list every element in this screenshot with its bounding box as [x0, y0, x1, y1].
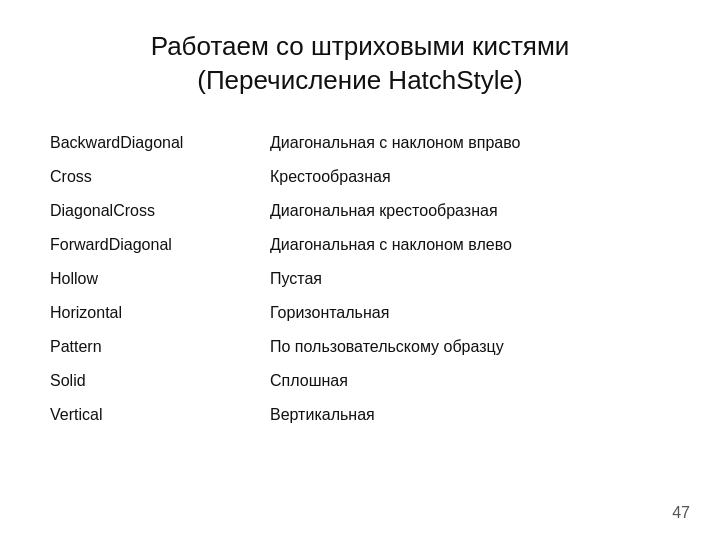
hatch-name: Hollow — [40, 262, 260, 296]
hatch-name: Solid — [40, 364, 260, 398]
hatch-description: Горизонтальная — [260, 296, 680, 330]
hatch-description: Диагональная с наклоном вправо — [260, 126, 680, 160]
hatch-name: ForwardDiagonal — [40, 228, 260, 262]
hatch-name: DiagonalCross — [40, 194, 260, 228]
hatch-description: Диагональная крестообразная — [260, 194, 680, 228]
hatch-name: Vertical — [40, 398, 260, 432]
table-row: PatternПо пользовательскому образцу — [40, 330, 680, 364]
hatch-description: Диагональная с наклоном влево — [260, 228, 680, 262]
page-title: Работаем со штриховыми кистями (Перечисл… — [151, 30, 570, 98]
table-row: HollowПустая — [40, 262, 680, 296]
hatch-name: Horizontal — [40, 296, 260, 330]
table-row: VerticalВертикальная — [40, 398, 680, 432]
table-row: CrossКрестообразная — [40, 160, 680, 194]
table-row: BackwardDiagonalДиагональная с наклоном … — [40, 126, 680, 160]
hatch-description: Крестообразная — [260, 160, 680, 194]
hatch-name: BackwardDiagonal — [40, 126, 260, 160]
hatch-description: Сплошная — [260, 364, 680, 398]
hatch-style-table: BackwardDiagonalДиагональная с наклоном … — [40, 126, 680, 432]
hatch-description: Пустая — [260, 262, 680, 296]
hatch-description: Вертикальная — [260, 398, 680, 432]
page-number: 47 — [672, 504, 690, 522]
table-row: HorizontalГоризонтальная — [40, 296, 680, 330]
table-row: SolidСплошная — [40, 364, 680, 398]
hatch-description: По пользовательскому образцу — [260, 330, 680, 364]
table-row: DiagonalCrossДиагональная крестообразная — [40, 194, 680, 228]
table-row: ForwardDiagonalДиагональная с наклоном в… — [40, 228, 680, 262]
hatch-name: Pattern — [40, 330, 260, 364]
hatch-name: Cross — [40, 160, 260, 194]
